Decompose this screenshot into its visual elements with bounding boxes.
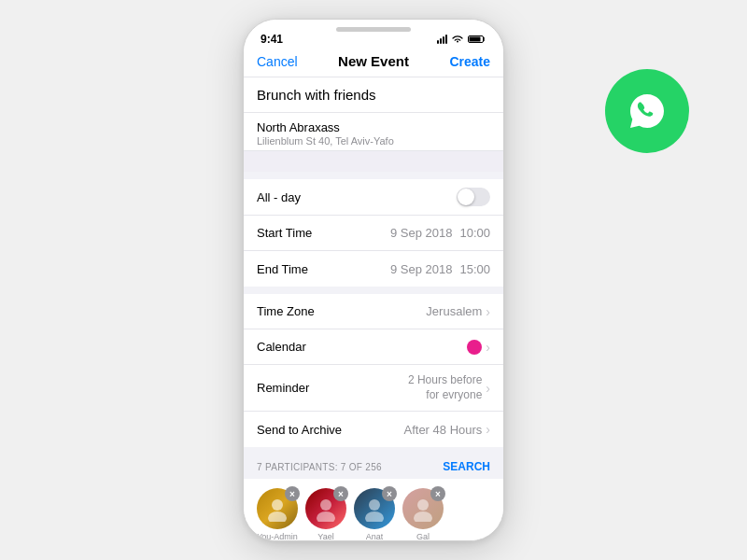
svg-point-3 [268,511,287,522]
svg-point-4 [320,499,331,511]
avatar-name-gal: Gal [416,532,430,540]
nav-title: New Event [338,53,409,69]
event-title-row[interactable]: Brunch with friends [244,77,503,113]
time-zone-label: Time Zone [257,304,426,318]
reminder-value: 2 Hours before for evryone [408,373,482,402]
svg-rect-1 [470,37,481,42]
reminder-row[interactable]: Reminder 2 Hours before for evryone › [244,365,503,412]
person-icon-4 [410,496,436,522]
avatar-wrapper-gal: × [402,488,444,529]
create-button[interactable]: Create [449,54,490,69]
avatar-remove-yael[interactable]: × [333,486,348,501]
avatar-item-anat: × Anat [354,488,395,540]
nav-bar: Cancel New Event Create [244,49,503,77]
person-icon-2 [313,496,339,522]
signal-icon [437,35,447,44]
avatar-item-you: × You-Admin [257,488,298,540]
avatar-name-you: You-Admin [257,532,298,540]
avatar-name-yael: Yael [317,532,333,540]
start-time-date: 9 Sep 2018 [390,226,453,240]
avatar-wrapper-you: × [257,488,298,529]
svg-point-7 [365,511,384,522]
svg-point-2 [272,499,283,511]
all-day-label: All - day [257,190,457,204]
end-time-label: End Time [257,262,390,276]
avatar-wrapper-anat: × [354,488,395,529]
person-icon-3 [361,496,388,522]
avatar-item-yael: × Yael [305,488,346,540]
reminder-chevron: › [486,381,490,396]
status-time: 9:41 [261,33,283,46]
end-time-date: 9 Sep 2018 [390,262,453,276]
start-time-row[interactable]: Start Time 9 Sep 2018 10:00 [244,216,503,251]
status-icons [437,35,486,44]
reminder-line2: for evryone [408,388,482,403]
archive-chevron: › [486,422,490,437]
svg-point-8 [417,499,429,511]
participants-header: 7 PARTICIPANTS: 7 OF 256 SEARCH [244,455,503,479]
settings-section: Time Zone Jerusalem › Calendar › Reminde… [244,294,503,447]
avatar-name-anat: Anat [366,532,384,540]
svg-point-6 [369,499,380,511]
start-time-time: 10:00 [459,226,490,240]
avatar-item-gal: × Gal [402,488,444,540]
location-address: Lilienblum St 40, Tel Aviv-Yafo [257,135,394,147]
calendar-color-dot [467,340,482,355]
reminder-label: Reminder [257,381,408,395]
svg-point-9 [414,511,432,522]
datetime-section: All - day Start Time 9 Sep 2018 10:00 En… [244,179,503,287]
phone-frame: 9:41 [243,19,504,541]
color-strip [244,151,503,172]
toggle-knob [458,189,474,205]
calendar-row[interactable]: Calendar › [244,329,503,365]
status-bar: 9:41 [244,20,503,49]
avatar-remove-anat[interactable]: × [382,486,397,501]
all-day-toggle[interactable] [457,188,490,206]
scroll-content: Brunch with friends North Abraxass Lilie… [244,77,503,540]
avatars-row-1: × You-Admin × Yael [244,479,503,540]
archive-label: Send to Archive [257,423,404,437]
event-title: Brunch with friends [257,87,376,103]
reminder-line1: 2 Hours before [408,373,482,388]
participants-count: 7 PARTICIPANTS: 7 OF 256 [257,462,382,472]
calendar-label: Calendar [257,340,467,354]
all-day-row: All - day [244,179,503,216]
avatar-remove-you[interactable]: × [285,486,300,501]
cancel-button[interactable]: Cancel [257,54,298,69]
person-icon [264,496,290,522]
avatar-wrapper-yael: × [305,488,346,529]
archive-row[interactable]: Send to Archive After 48 Hours › [244,412,503,447]
svg-point-5 [317,511,335,522]
wifi-icon [451,35,464,44]
start-time-label: Start Time [257,226,390,240]
title-section: Brunch with friends North Abraxass Lilie… [244,77,503,172]
battery-icon [468,35,486,44]
location-row[interactable]: North Abraxass Lilienblum St 40, Tel Avi… [244,113,503,151]
archive-value: After 48 Hours [404,423,483,437]
participants-search-button[interactable]: SEARCH [443,460,490,473]
time-zone-chevron: › [486,304,490,319]
time-zone-value: Jerusalem [426,304,482,318]
end-time-row[interactable]: End Time 9 Sep 2018 15:00 [244,251,503,287]
time-zone-row[interactable]: Time Zone Jerusalem › [244,294,503,329]
location-name: North Abraxass [257,120,340,134]
avatar-remove-gal[interactable]: × [430,486,445,501]
whatsapp-logo [605,69,689,153]
end-time-time: 15:00 [459,262,490,276]
calendar-chevron: › [486,340,490,355]
